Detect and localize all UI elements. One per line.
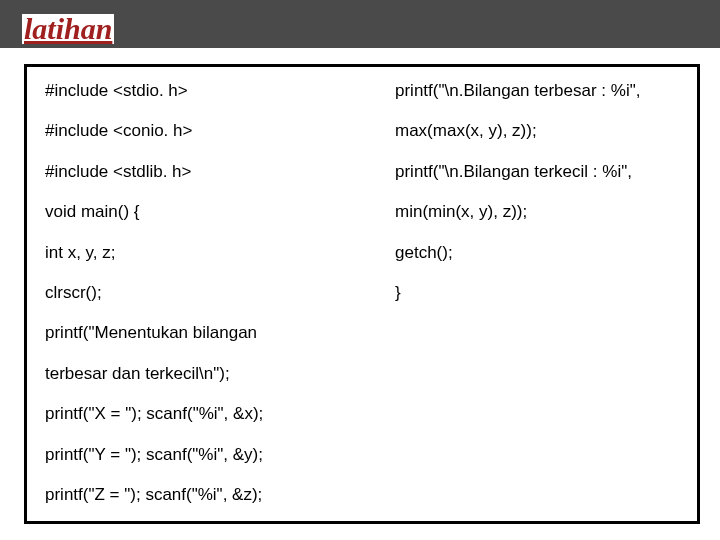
code-line: #include <conio. h> (45, 121, 375, 141)
code-line: terbesar dan terkecil\n"); (45, 364, 375, 384)
code-line: printf("Menentukan bilangan (45, 323, 375, 343)
code-line: max(max(x, y), z)); (395, 121, 679, 141)
code-line: min(min(x, y), z)); (395, 202, 679, 222)
code-line: printf("\n.Bilangan terkecil : %i", (395, 162, 679, 182)
code-line: printf("Z = "); scanf("%i", &z); (45, 485, 375, 505)
code-line: void main() { (45, 202, 375, 222)
slide-title: latihan (22, 14, 114, 44)
code-line: #include <stdlib. h> (45, 162, 375, 182)
code-line: printf("\n.Bilangan terbesar : %i", (395, 81, 679, 101)
code-column-left: #include <stdio. h> #include <conio. h> … (45, 81, 375, 507)
code-line: #include <stdio. h> (45, 81, 375, 101)
code-line: int x, y, z; (45, 243, 375, 263)
code-line: } (395, 283, 679, 303)
code-line: printf("Y = "); scanf("%i", &y); (45, 445, 375, 465)
code-line: clrscr(); (45, 283, 375, 303)
code-line: printf("X = "); scanf("%i", &x); (45, 404, 375, 424)
code-box: #include <stdio. h> #include <conio. h> … (24, 64, 700, 524)
code-column-right: printf("\n.Bilangan terbesar : %i", max(… (395, 81, 679, 507)
code-line: getch(); (395, 243, 679, 263)
